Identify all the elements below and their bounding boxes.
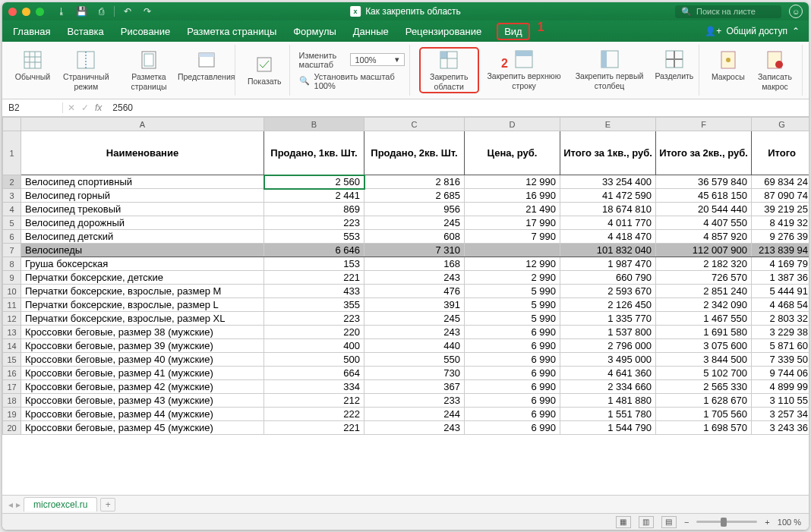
cell-q2[interactable]: 168: [364, 257, 465, 271]
cell-q1[interactable]: 334: [264, 380, 364, 394]
cell-total[interactable]: 87 090 74: [752, 189, 809, 203]
cell-price[interactable]: 7 990: [465, 230, 560, 244]
cell-name[interactable]: Кроссовки беговые, размер 38 (мужские): [21, 326, 264, 339]
cell-t2[interactable]: 36 579 840: [656, 175, 752, 189]
cell-name[interactable]: Перчатки боксерские, взрослые, размер XL: [21, 312, 264, 326]
print-icon[interactable]: ⎙: [94, 5, 108, 17]
cell-q1[interactable]: 223: [264, 216, 364, 230]
custom-views-button[interactable]: Представления: [182, 48, 230, 92]
cell-name[interactable]: Велосипед трековый: [21, 203, 264, 216]
view-break-icon[interactable]: ▤: [661, 516, 677, 528]
cell-total[interactable]: 7 339 50: [752, 353, 809, 367]
cell-t2[interactable]: 5 102 700: [656, 367, 752, 380]
cell-t1[interactable]: 18 674 810: [560, 203, 656, 216]
row-header[interactable]: 19: [3, 408, 21, 421]
cell-t2[interactable]: 1 698 570: [656, 421, 752, 435]
tab-insert[interactable]: Вставка: [65, 24, 105, 39]
cell-q2[interactable]: 391: [364, 298, 465, 312]
cell-q2[interactable]: 243: [364, 326, 465, 339]
cell-price[interactable]: 12 990: [465, 175, 560, 189]
cell-total[interactable]: 4 169 79: [752, 257, 809, 271]
sheet-tab-active[interactable]: microexcel.ru: [24, 497, 97, 512]
cell-t1[interactable]: 2 334 660: [560, 380, 656, 394]
maximize-window[interactable]: [36, 8, 44, 16]
table-row[interactable]: 17Кроссовки беговые, размер 42 (мужские)…: [3, 380, 809, 394]
row-header[interactable]: 20: [3, 421, 21, 435]
row-header[interactable]: 4: [3, 203, 21, 216]
cell-q1[interactable]: 220: [264, 326, 364, 339]
table-row[interactable]: 4Велосипед трековый86995621 49018 674 81…: [3, 203, 809, 216]
row-header[interactable]: 8: [3, 257, 21, 271]
zoom-100-button[interactable]: 🔍 Установить масштаб 100%: [299, 72, 405, 90]
macros-button[interactable]: Макросы: [708, 48, 748, 92]
page-break-view-button[interactable]: Страничный режим: [57, 48, 115, 92]
cell-t1[interactable]: 1 551 780: [560, 408, 656, 421]
cell-total[interactable]: 2 803 32: [752, 312, 809, 326]
cell-price[interactable]: 2 990: [465, 271, 560, 285]
table-row[interactable]: 10Перчатки боксерские, взрослые, размер …: [3, 285, 809, 298]
cell-name[interactable]: Перчатки боксерские, детские: [21, 271, 264, 285]
row-header[interactable]: 6: [3, 230, 21, 244]
redo-icon[interactable]: ↷: [140, 5, 154, 17]
autosave-icon[interactable]: ⭳: [55, 5, 68, 17]
zoom-in-button[interactable]: +: [765, 518, 769, 527]
zoom-slider[interactable]: [696, 521, 757, 523]
row-header[interactable]: 9: [3, 271, 21, 285]
cell-name[interactable]: Велосипед горный: [21, 189, 264, 203]
cell-price[interactable]: 6 990: [465, 394, 560, 408]
table-row[interactable]: 12Перчатки боксерские, взрослые, размер …: [3, 312, 809, 326]
cell-name[interactable]: Велосипед спортивный: [21, 175, 264, 189]
cell-q1[interactable]: 553: [264, 230, 364, 244]
row-header[interactable]: 15: [3, 353, 21, 367]
cell-t1[interactable]: 4 418 470: [560, 230, 656, 244]
cell-total[interactable]: 3 110 55: [752, 394, 809, 408]
table-row[interactable]: 18Кроссовки беговые, размер 43 (мужские)…: [3, 394, 809, 408]
close-window[interactable]: [8, 8, 17, 16]
undo-icon[interactable]: ↶: [121, 5, 134, 17]
cell-total[interactable]: 4 468 54: [752, 298, 809, 312]
add-sheet-button[interactable]: +: [100, 498, 115, 512]
table-row[interactable]: 9Перчатки боксерские, детские2212432 990…: [3, 271, 809, 285]
cell-t2[interactable]: 1 705 560: [656, 408, 752, 421]
cell-t1[interactable]: 1 544 790: [560, 421, 656, 435]
cell-q1[interactable]: 2 560: [264, 175, 364, 189]
cell-q1[interactable]: 2 441: [264, 189, 364, 203]
cell-total[interactable]: 3 243 36: [752, 421, 809, 435]
zoom-out-button[interactable]: −: [684, 518, 689, 527]
cell-q1[interactable]: 222: [264, 408, 364, 421]
cell-name[interactable]: Кроссовки беговые, размер 41 (мужские): [21, 367, 264, 380]
cell-q2[interactable]: 243: [364, 421, 465, 435]
cell-t2[interactable]: 20 544 440: [656, 203, 752, 216]
cell-t2[interactable]: 2 342 090: [656, 298, 752, 312]
cell-t2[interactable]: 2 565 330: [656, 380, 752, 394]
cell-t1[interactable]: 2 593 670: [560, 285, 656, 298]
table-row[interactable]: 2Велосипед спортивный2 5602 81612 99033 …: [3, 175, 809, 189]
cell-total[interactable]: 4 899 99: [752, 380, 809, 394]
table-row[interactable]: 11Перчатки боксерские, взрослые, размер …: [3, 298, 809, 312]
view-normal-icon[interactable]: ▦: [616, 516, 631, 528]
cell-q2[interactable]: 245: [364, 216, 465, 230]
cell-total[interactable]: 9 276 39: [752, 230, 809, 244]
freeze-panes-button[interactable]: Закрепить области: [419, 47, 479, 93]
table-row[interactable]: 8Груша боксерская15316812 9901 987 4702 …: [3, 257, 809, 271]
cell-t1[interactable]: 2 796 000: [560, 339, 656, 353]
row-header[interactable]: 12: [3, 312, 21, 326]
cell-total[interactable]: 213 839 94: [752, 244, 809, 257]
cell-q1[interactable]: 400: [264, 339, 364, 353]
cell-t1[interactable]: 3 495 000: [560, 353, 656, 367]
cell-price[interactable]: 21 490: [465, 203, 560, 216]
cell-name[interactable]: Кроссовки беговые, размер 39 (мужские): [21, 339, 264, 353]
feedback-icon[interactable]: ☺: [789, 5, 803, 18]
cell-q2[interactable]: 2 685: [364, 189, 465, 203]
view-layout-icon[interactable]: ▥: [639, 516, 654, 528]
row-header[interactable]: 3: [3, 189, 21, 203]
cell-t2[interactable]: 4 407 550: [656, 216, 752, 230]
cell-t1[interactable]: 1 481 880: [560, 394, 656, 408]
cell-name[interactable]: Велосипед дорожный: [21, 216, 264, 230]
row-header[interactable]: 11: [3, 298, 21, 312]
cell-total[interactable]: 69 834 24: [752, 175, 809, 189]
cell-price[interactable]: 5 990: [465, 312, 560, 326]
cell-t1[interactable]: 4 011 770: [560, 216, 656, 230]
cell-q1[interactable]: 212: [264, 394, 364, 408]
collapse-ribbon-icon[interactable]: ⌃: [792, 26, 800, 36]
